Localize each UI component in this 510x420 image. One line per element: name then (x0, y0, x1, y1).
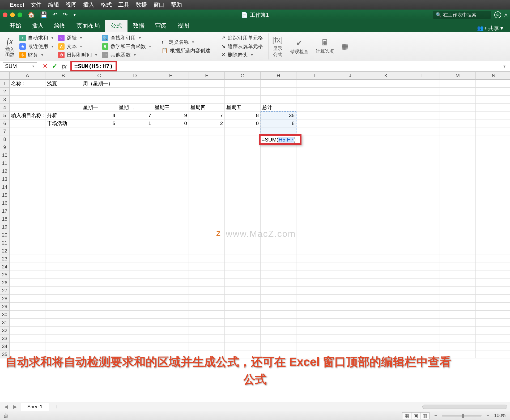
cell-A2[interactable] (10, 88, 45, 96)
tab-insert[interactable]: 插入 (27, 20, 49, 32)
cell-C28[interactable] (81, 295, 117, 303)
cell-A29[interactable] (10, 303, 45, 311)
cell-N9[interactable] (476, 143, 510, 151)
cell-B25[interactable] (45, 271, 81, 279)
cell-J24[interactable] (332, 263, 368, 271)
cell-H20[interactable] (261, 231, 296, 239)
cell-A34[interactable] (10, 342, 45, 350)
zoom-in-button[interactable]: + (486, 413, 489, 418)
row-header-2[interactable]: 2 (0, 88, 10, 96)
cell-E23[interactable] (153, 255, 189, 263)
add-sheet-button[interactable]: ＋ (51, 403, 62, 411)
cell-J28[interactable] (332, 295, 368, 303)
col-header-B[interactable]: B (45, 72, 81, 80)
cell-K10[interactable] (368, 151, 404, 159)
cell-A15[interactable] (10, 191, 45, 199)
sheet-nav-prev-icon[interactable]: ◀ (3, 404, 10, 410)
cell-K15[interactable] (368, 191, 404, 199)
cell-G19[interactable] (225, 223, 261, 231)
cell-E16[interactable] (153, 199, 189, 207)
cell-M23[interactable] (440, 255, 476, 263)
cell-B3[interactable] (45, 96, 81, 104)
cell-A8[interactable] (10, 135, 45, 143)
cell-D22[interactable] (117, 247, 153, 255)
cell-J10[interactable] (332, 151, 368, 159)
cell-I29[interactable] (296, 303, 332, 311)
menu-file[interactable]: 文件 (31, 1, 42, 8)
cell-F10[interactable] (189, 151, 225, 159)
cell-M31[interactable] (440, 319, 476, 327)
cell-I18[interactable] (296, 215, 332, 223)
cell-H32[interactable] (261, 327, 296, 335)
cell-F22[interactable] (189, 247, 225, 255)
cell-K22[interactable] (368, 247, 404, 255)
cell-I8[interactable] (296, 135, 332, 143)
cell-A12[interactable] (10, 167, 45, 175)
cell-D34[interactable] (117, 342, 153, 350)
cell-A25[interactable] (10, 271, 45, 279)
row-header-17[interactable]: 17 (0, 207, 10, 215)
error-check-button[interactable]: ✔错误检查 (287, 38, 312, 55)
cell-M13[interactable] (440, 175, 476, 183)
text-button[interactable]: A文本▼ (58, 43, 98, 50)
cell-A11[interactable] (10, 159, 45, 167)
row-header-11[interactable]: 11 (0, 159, 10, 167)
cell-I17[interactable] (296, 207, 332, 215)
cell-A20[interactable] (10, 231, 45, 239)
cell-E29[interactable] (153, 303, 189, 311)
cell-L17[interactable] (404, 207, 440, 215)
cell-A14[interactable] (10, 183, 45, 191)
cell-F8[interactable] (189, 135, 225, 143)
row-header-14[interactable]: 14 (0, 183, 10, 191)
cell-G9[interactable] (225, 143, 261, 151)
cell-F12[interactable] (189, 167, 225, 175)
col-header-F[interactable]: F (189, 72, 225, 80)
cell-A28[interactable] (10, 295, 45, 303)
cell-N31[interactable] (476, 319, 510, 327)
cell-E5[interactable]: 9 (153, 112, 189, 119)
cell-G30[interactable] (225, 311, 261, 319)
row-header-3[interactable]: 3 (0, 96, 10, 104)
cell-F31[interactable] (189, 319, 225, 327)
cell-H2[interactable] (261, 88, 296, 96)
cell-D27[interactable] (117, 287, 153, 295)
cell-G6[interactable]: 0 (225, 119, 261, 127)
cell-H12[interactable] (261, 167, 296, 175)
cell-F3[interactable] (189, 96, 225, 104)
cell-F23[interactable] (189, 255, 225, 263)
cell-J21[interactable] (332, 239, 368, 247)
cell-D2[interactable] (117, 88, 153, 96)
cell-B31[interactable] (45, 319, 81, 327)
cell-B9[interactable] (45, 143, 81, 151)
cell-D31[interactable] (117, 319, 153, 327)
cell-C26[interactable] (81, 279, 117, 287)
view-buttons[interactable]: ▦▣▥ (402, 413, 430, 419)
cell-M22[interactable] (440, 247, 476, 255)
cell-L26[interactable] (404, 279, 440, 287)
cell-G26[interactable] (225, 279, 261, 287)
cell-K14[interactable] (368, 183, 404, 191)
row-header-34[interactable]: 34 (0, 342, 10, 350)
cell-G28[interactable] (225, 295, 261, 303)
cell-B27[interactable] (45, 287, 81, 295)
cell-C22[interactable] (81, 247, 117, 255)
cell-I15[interactable] (296, 191, 332, 199)
cell-C3[interactable] (81, 96, 117, 104)
cell-I34[interactable] (296, 342, 332, 350)
cell-F24[interactable] (189, 263, 225, 271)
menu-edit[interactable]: 编辑 (48, 1, 59, 8)
cell-F26[interactable] (189, 279, 225, 287)
cell-L13[interactable] (404, 175, 440, 183)
row-header-25[interactable]: 25 (0, 271, 10, 279)
cell-F5[interactable]: 7 (189, 112, 225, 119)
cell-B24[interactable] (45, 263, 81, 271)
cell-K23[interactable] (368, 255, 404, 263)
menu-help[interactable]: 帮助 (171, 1, 182, 8)
cell-J12[interactable] (332, 167, 368, 175)
cell-N20[interactable] (476, 231, 510, 239)
cell-I20[interactable] (296, 231, 332, 239)
cell-C21[interactable] (81, 239, 117, 247)
cell-H10[interactable] (261, 151, 296, 159)
cell-A32[interactable] (10, 327, 45, 335)
cell-C19[interactable] (81, 223, 117, 231)
